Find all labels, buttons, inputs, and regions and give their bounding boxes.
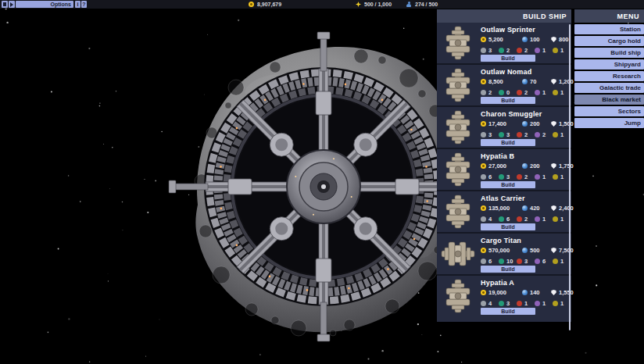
ship-cost-row: 17,400 200 1,500 <box>481 120 574 127</box>
build-button[interactable]: Build <box>481 181 535 188</box>
material-red-count: 2 <box>524 173 528 180</box>
material-olive-icon <box>553 301 558 306</box>
build-ship-panel-title: BUILD SHIP <box>437 9 571 23</box>
shield-icon <box>551 163 556 169</box>
material-red-count: 1 <box>524 300 528 307</box>
menu-item-station[interactable]: Station <box>574 24 644 34</box>
menu-item-galactic-trade[interactable]: Galactic trade <box>574 83 644 93</box>
credits-icon <box>481 205 486 211</box>
material-red-count: 2 <box>524 47 528 54</box>
material-olive-icon <box>553 174 558 180</box>
material-red-count: 2 <box>524 131 528 138</box>
resource-bar: 8,907,679 500 / 1,000 274 / 500 <box>0 0 644 9</box>
ship-cost-row: 135,000 420 2,400 <box>481 205 574 212</box>
gems-value: 200 <box>530 120 540 127</box>
credits-value: 17,400 <box>488 120 506 127</box>
build-button[interactable]: Build <box>481 139 535 146</box>
gems-icon <box>522 248 528 253</box>
menu-item-jump[interactable]: Jump <box>574 118 644 128</box>
menu-item-cargo-hold[interactable]: Cargo hold <box>574 36 644 46</box>
material-purple-icon <box>535 174 540 180</box>
ship-cost-row: 5,200 100 800 <box>481 36 569 43</box>
shield-value: 7,500 <box>559 247 574 254</box>
build-button[interactable]: Build <box>481 97 535 104</box>
ship-thumbnail <box>440 109 476 146</box>
material-red-icon <box>517 259 522 264</box>
ship-name: Atlas Carrier <box>481 194 525 202</box>
credits-value: 5,200 <box>488 36 503 43</box>
build-button[interactable]: Build <box>481 55 535 62</box>
build-button[interactable]: Build <box>481 266 535 273</box>
menu-item-label: Sectors <box>618 108 641 115</box>
menu-item-sectors[interactable]: Sectors <box>574 106 644 116</box>
ship-name: Outlaw Nomad <box>481 68 531 76</box>
top-bar: Options i ? 8,907,679 500 / 1,000 274 / … <box>0 0 644 9</box>
material-purple-icon <box>535 259 540 264</box>
resource-readout: 8,907,679 <box>249 0 281 9</box>
shield-value: 1,500 <box>559 120 574 127</box>
shield-icon <box>551 205 556 211</box>
ship-thumbnail <box>440 193 476 230</box>
material-gray-icon <box>481 132 486 137</box>
material-red-icon <box>517 48 522 53</box>
material-red-icon <box>517 301 522 306</box>
material-purple-count: 1 <box>542 89 546 96</box>
material-teal-count: 0 <box>506 89 510 96</box>
credits-value: 27,000 <box>488 162 506 170</box>
gems-icon <box>522 121 528 127</box>
material-olive-count: 1 <box>560 89 564 96</box>
material-red-icon <box>517 132 522 137</box>
material-olive-count: 1 <box>560 173 564 180</box>
material-purple-icon <box>535 301 540 306</box>
ship-thumbnail <box>440 66 476 104</box>
resource-value: 8,907,679 <box>257 2 281 7</box>
material-olive-count: 1 <box>560 216 564 223</box>
material-gray-icon <box>481 216 486 222</box>
credits-icon <box>481 290 486 295</box>
credits-icon <box>481 37 486 42</box>
material-gray-count: 3 <box>488 47 492 54</box>
ship-materials-row: 6 10 3 6 1 <box>481 258 571 265</box>
menu-item-label: Cargo hold <box>608 37 641 45</box>
material-red-count: 2 <box>524 89 528 96</box>
menu-item-label: Jump <box>624 120 641 127</box>
material-gray-icon <box>481 90 486 95</box>
shield-value: 1,200 <box>559 78 574 85</box>
material-purple-count: 1 <box>542 300 546 307</box>
material-red-count: 3 <box>524 258 528 265</box>
material-purple-count: 2 <box>542 131 546 138</box>
shield-value: 1,750 <box>559 162 574 170</box>
material-gray-icon <box>481 174 486 180</box>
resource-value: 274 / 500 <box>415 2 438 7</box>
menu-item-research[interactable]: Research <box>574 71 644 81</box>
material-gray-count: 4 <box>488 216 492 223</box>
ship-row-atlas-carrier: Atlas Carrier 135,000 420 2,400 4 6 2 1 … <box>437 191 571 234</box>
material-teal-count: 2 <box>506 47 510 54</box>
material-gray-count: 2 <box>488 89 492 96</box>
menu-item-black-market[interactable]: Black market <box>574 95 644 105</box>
menu-item-shipyard[interactable]: Shipyard <box>574 59 644 70</box>
material-teal-count: 10 <box>506 258 513 265</box>
gems-icon <box>522 37 528 42</box>
ship-row-outlaw-sprinter: Outlaw Sprinter 5,200 100 800 3 2 2 1 1 … <box>437 23 571 65</box>
build-button[interactable]: Build <box>481 308 535 315</box>
menu-item-label: Shipyard <box>614 61 641 68</box>
ship-thumbnail <box>440 24 476 62</box>
menu-item-build-ship[interactable]: Build ship <box>574 48 644 58</box>
material-gray-count: 4 <box>488 300 492 307</box>
ship-cost-row: 570,000 500 7,500 <box>481 247 574 254</box>
material-teal-icon <box>499 132 504 137</box>
menu-item-label: Station <box>620 26 641 33</box>
material-olive-icon <box>553 48 558 53</box>
menu-list: Station Cargo hold Build ship Shipyard R… <box>574 24 644 128</box>
material-olive-count: 1 <box>560 258 564 265</box>
material-olive-icon <box>553 90 558 95</box>
ship-thumbnail <box>440 151 476 188</box>
build-button[interactable]: Build <box>481 223 535 230</box>
material-teal-icon <box>499 48 504 53</box>
ship-list: Outlaw Sprinter 5,200 100 800 3 2 2 1 1 … <box>437 23 571 316</box>
material-olive-icon <box>553 132 558 137</box>
ship-list-scrollbar[interactable] <box>569 24 571 330</box>
shield-icon <box>551 248 556 253</box>
ship-cost-row: 27,000 200 1,750 <box>481 162 574 170</box>
